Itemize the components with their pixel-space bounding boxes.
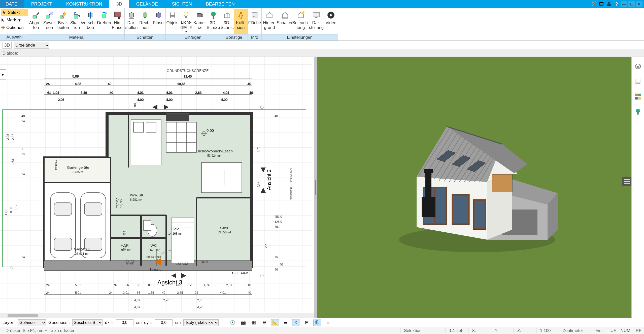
eyedrop-icon [32,11,40,19]
svg-text:2,85: 2,85 [197,299,203,302]
window-icon[interactable]: 🗔 [598,1,605,7]
hintergrund-button[interactable]: Hinter- grund [262,9,277,34]
optionen-button[interactable]: ✚ Optionen [1,24,28,31]
svg-rect-72 [146,122,156,132]
abgreifen-button[interactable]: Abgrei- fen [29,9,43,34]
svg-text:40: 40 [249,91,253,95]
svg-text:2,51: 2,51 [226,283,232,287]
house-3d [386,99,563,260]
flaeche-button[interactable]: m²Fläche [248,9,261,34]
menu-konstruktion[interactable]: KONSTRUKTION [59,0,109,8]
menu-gelaende[interactable]: GELÄNDE [129,0,165,8]
darstellung-button[interactable]: Dar- stellung [309,9,324,34]
plan-2d-pane[interactable]: ▶ GRUNDSTÜCKSGRENZE 5,09 11,45 24 4,85 4… [0,57,314,318]
[interactable]: Drehen [97,9,111,34]
cube-brush-icon [154,11,163,19]
minimize-button[interactable]: — [621,1,627,7]
right-panel-toggle[interactable] [622,177,631,186]
svg-text:99: 99 [114,283,118,287]
svg-text:13,5: 13,5 [120,203,123,208]
svg-rect-56 [44,261,252,271]
terrain-select[interactable]: Urgelände [14,42,49,49]
svg-rect-83 [171,218,194,263]
svg-text:GRUNDSTÜCKSGRENZE: GRUNDSTÜCKSGRENZE [167,68,209,73]
svg-text:7,735 m²: 7,735 m² [72,170,84,174]
house-shadow-icon [281,11,289,19]
video-button[interactable]: Video [324,9,338,34]
furniture-icon[interactable] [633,77,642,86]
mark-button[interactable]: Mark.▾ [1,17,28,24]
3d-schnitt-button[interactable]: 3D- Schnitt [220,9,234,34]
monitor-icon [312,11,321,19]
bearbeiten-button[interactable]: Bear- beiten [56,9,70,34]
snap-plane-icon[interactable]: ◊ [292,319,300,326]
rechnen-button[interactable]: Rech- nen [138,9,152,34]
node-snap-icon[interactable]: Ⓝ [313,319,321,326]
kamera-button[interactable]: Kame- ra [193,9,207,34]
snap-layer-icon[interactable]: ☰ [282,319,290,326]
pinsel-button[interactable]: Pinsel [152,9,165,34]
objekt-button[interactable]: Objekt [166,9,179,34]
svg-rect-4 [74,15,78,18]
history-icon[interactable]: 🕘 [229,319,237,326]
scrollbar-h[interactable] [0,313,314,318]
palette-icon[interactable] [633,92,642,101]
svg-text:0,00: 0,00 [207,128,214,133]
snapshot-icon[interactable]: 📷 [239,319,247,326]
print-icon[interactable]: 🖶 [606,1,612,7]
ribbon-group-schatten: Dar- stellen Rech- nen Pinsel Schatten [125,8,166,40]
svg-rect-1 [46,15,49,18]
svg-rect-209 [474,201,485,228]
coord-mode-select[interactable]: dx,dy (relativ ka [183,319,219,326]
maximize-button[interactable]: ▢ [628,1,635,7]
zuweisen-button[interactable]: Zuwei- sen [43,9,56,34]
hin-pinsel-button[interactable]: Hin. Pinsel [111,9,124,34]
print-icon[interactable]: 🖶 [260,319,268,326]
dy-input[interactable] [155,319,173,326]
svg-text:24: 24 [21,255,25,259]
3d-bitmap-button[interactable]: 3D- Bitmap [207,9,220,34]
view-mode-box[interactable]: 3D [3,42,12,49]
svg-rect-14 [213,16,214,19]
view-3d-pane[interactable] [317,57,631,318]
snap-angle-icon[interactable]: 📐 [271,319,279,326]
menu-sichten[interactable]: SICHTEN [165,0,199,8]
right-tool-gutter [631,57,644,318]
beleuchtung-button[interactable]: Beleuch- tung [293,9,309,34]
layers-icon[interactable] [633,62,642,71]
kollision-button[interactable]: Kolli- sion [234,9,248,34]
pane-splitter[interactable] [314,57,317,318]
help-icon[interactable]: ? [613,1,620,7]
move-icon [86,11,95,19]
verschieben-button[interactable]: Verschie- ben [84,9,97,34]
svg-text:24: 24 [21,152,25,156]
status-uf: UF [607,328,617,333]
svg-rect-67 [84,203,102,215]
svg-text:2,85: 2,85 [177,291,183,295]
svg-text:40: 40 [110,91,113,95]
svg-point-19 [282,18,288,19]
status-num: NUM [617,328,632,333]
selekt-button[interactable]: Selekt [1,9,28,16]
status-y: Y: [491,328,514,333]
schatten-button[interactable]: Schatten [277,9,293,34]
menu-projekt[interactable]: PROJEKT [24,0,59,8]
darstellen-button[interactable]: Dar- stellen [125,9,138,34]
geschoss-select[interactable]: Geschoss S [72,319,103,326]
svg-text:24: 24 [46,82,50,86]
dx-input[interactable] [116,319,133,326]
close-button[interactable]: ✕ [636,1,642,7]
layer-select[interactable]: Geländer [18,319,46,326]
svg-rect-213 [424,169,433,173]
vegetation-icon[interactable] [633,107,642,116]
svg-text:Ansicht 2: Ansicht 2 [266,170,272,190]
info-cursor-icon[interactable]: ℹ [324,319,332,326]
grid-snap-icon[interactable]: ⊞ [303,319,311,326]
menu-3d[interactable]: 3D [109,0,129,8]
tools-icon[interactable]: 🛠️ [591,1,597,7]
lichtquelle-button[interactable]: Licht- quelle ▾ [179,9,193,34]
menu-datei[interactable]: DATEI [0,0,24,8]
layers-toggle-icon[interactable]: ▦ [250,319,258,326]
svg-text:2,70: 2,70 [163,299,169,302]
menu-bearbeiten[interactable]: BEARBEITEN [199,0,242,8]
